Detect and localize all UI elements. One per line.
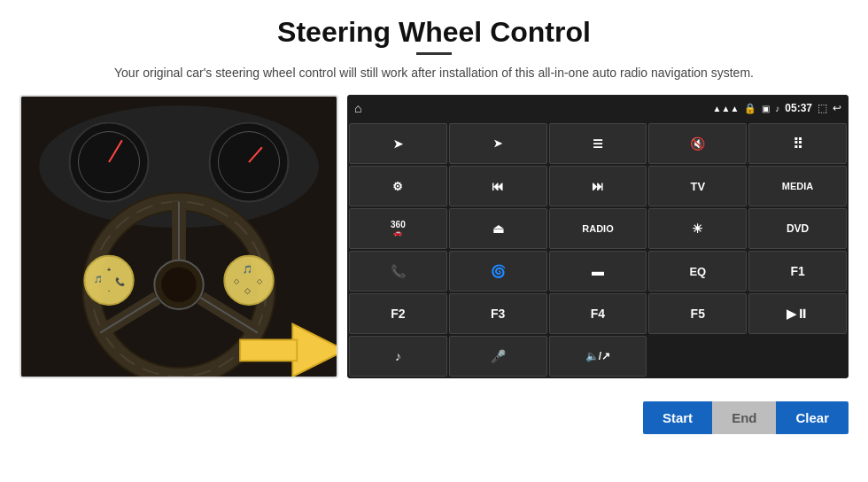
btn-media[interactable]: MEDIA [748, 166, 847, 206]
btn-f5[interactable]: F5 [648, 293, 747, 334]
btn-mic[interactable]: 🎤 [449, 336, 547, 377]
btn-f4[interactable]: F4 [549, 293, 647, 334]
btn-settings[interactable]: ⚙ [349, 166, 447, 206]
title-divider [416, 52, 452, 55]
btn-radio[interactable]: RADIO [549, 208, 647, 249]
btn-eq[interactable]: EQ [648, 251, 747, 292]
btn-brightness[interactable]: ☀ [648, 208, 747, 249]
svg-text:◇: ◇ [244, 286, 251, 295]
btn-f2[interactable]: F2 [349, 293, 447, 334]
back-icon: ↩ [833, 102, 841, 114]
svg-text:◇: ◇ [234, 277, 240, 285]
empty-cell-1 [648, 336, 747, 377]
home-icon[interactable]: ⌂ [354, 101, 361, 115]
subtitle: Your original car's steering wheel contr… [0, 64, 868, 82]
svg-rect-30 [240, 340, 297, 362]
bt-icon: ♪ [775, 104, 779, 113]
btn-playpause[interactable]: ▶⏸ [748, 293, 847, 334]
svg-point-24 [224, 256, 273, 305]
svg-text:🎵: 🎵 [94, 275, 103, 284]
svg-text:-: - [108, 286, 111, 294]
btn-list[interactable]: ☰ [549, 123, 647, 164]
btn-360[interactable]: 360🚗 [349, 208, 447, 249]
car-image: + 🎵 - 📞 🎵 ◇ ◇ ◇ [19, 95, 338, 378]
status-bar: ⌂ ▲▲▲ 🔒 ▣ ♪ 05:37 ⬚ ↩ [347, 95, 849, 121]
start-button[interactable]: Start [643, 401, 712, 434]
bottom-bar: Start End Clear [0, 396, 868, 439]
wifi-icon: ▲▲▲ [713, 104, 740, 113]
clear-button[interactable]: Clear [776, 401, 849, 434]
end-button[interactable]: End [712, 401, 776, 434]
empty-cell-2 [748, 336, 847, 377]
svg-point-19 [84, 256, 133, 305]
svg-text:📞: 📞 [115, 276, 126, 287]
sd-icon: ▣ [762, 104, 770, 113]
btn-screen[interactable]: ▬ [549, 251, 647, 292]
svg-text:+: + [107, 266, 112, 274]
cast-icon: ⬚ [818, 102, 827, 114]
btn-tv[interactable]: TV [648, 166, 747, 206]
svg-text:🎵: 🎵 [243, 264, 253, 275]
time-display: 05:37 [785, 102, 812, 114]
btn-mute[interactable]: 🔇 [648, 123, 747, 164]
page-title: Steering Wheel Control [0, 0, 868, 52]
btn-phone[interactable]: 📞 [349, 251, 447, 292]
buttons-grid: ➤ ➤ ☰ 🔇 ⠿ ⚙ ⏮ ⏭ TV MEDIA 360🚗 ⏏ RADIO ☀ … [347, 121, 849, 378]
btn-dvd[interactable]: DVD [748, 208, 847, 249]
btn-f3[interactable]: F3 [449, 293, 547, 334]
lock-icon: 🔒 [744, 103, 756, 114]
svg-point-18 [161, 268, 197, 303]
btn-f1[interactable]: F1 [748, 251, 847, 292]
btn-nav[interactable]: ➤ [349, 123, 447, 164]
btn-navi[interactable]: 🌀 [449, 251, 547, 292]
radio-panel: ⌂ ▲▲▲ 🔒 ▣ ♪ 05:37 ⬚ ↩ ➤ ➤ ☰ 🔇 ⠿ ⚙ ⏮ ⏭ [347, 95, 849, 378]
btn-eject[interactable]: ⏏ [449, 208, 547, 249]
btn-prev[interactable]: ⏮ [449, 166, 547, 206]
btn-apps[interactable]: ⠿ [748, 123, 847, 164]
svg-text:◇: ◇ [257, 277, 263, 285]
btn-next[interactable]: ⏭ [549, 166, 647, 206]
btn-volphone[interactable]: 🔈/↗ [549, 336, 647, 377]
btn-mode[interactable]: ➤ [449, 123, 547, 164]
btn-music[interactable]: ♪ [349, 336, 447, 377]
